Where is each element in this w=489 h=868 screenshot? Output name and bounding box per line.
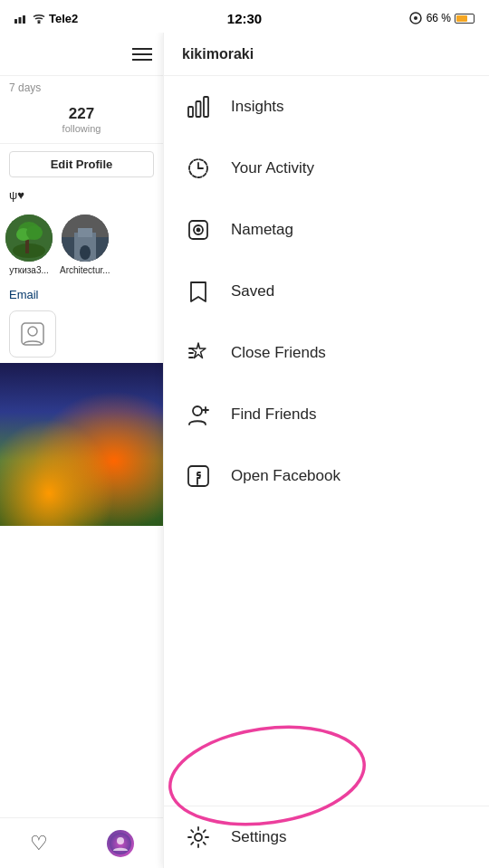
svg-point-18 bbox=[28, 327, 37, 336]
close-friends-label: Close Friends bbox=[231, 344, 326, 362]
find-friends-label: Find Friends bbox=[231, 405, 316, 424]
hamburger-button[interactable] bbox=[132, 48, 152, 61]
profile-header bbox=[0, 33, 163, 76]
svg-rect-23 bbox=[204, 97, 208, 117]
saved-icon bbox=[182, 275, 215, 308]
hamburger-line-3 bbox=[132, 59, 152, 61]
svg-rect-0 bbox=[14, 19, 17, 24]
svg-point-16 bbox=[80, 245, 91, 260]
bottom-navigation: ♡ bbox=[0, 817, 163, 868]
photo-grid bbox=[0, 363, 163, 526]
profile-stats: 227 following bbox=[0, 96, 163, 144]
menu-bottom: Settings bbox=[164, 806, 489, 868]
facebook-logo-icon bbox=[186, 463, 211, 489]
svg-rect-2 bbox=[23, 15, 25, 24]
following-count: 227 bbox=[69, 105, 94, 123]
days-label: 7 days bbox=[0, 76, 163, 96]
saved-label: Saved bbox=[231, 282, 274, 300]
highlight-avatar-2 bbox=[62, 215, 109, 262]
right-menu-panel: kikimoraki Insights bbox=[163, 33, 489, 868]
bar-chart-icon bbox=[186, 94, 211, 119]
person-icon bbox=[19, 320, 46, 348]
svg-rect-21 bbox=[188, 107, 193, 117]
activity-label: Your Activity bbox=[231, 159, 314, 177]
menu-item-nametag[interactable]: Nametag bbox=[164, 199, 489, 261]
menu-header: kikimoraki bbox=[164, 33, 489, 76]
status-time: 12:30 bbox=[227, 11, 262, 26]
svg-marker-30 bbox=[191, 343, 206, 358]
profile-image-placeholder bbox=[9, 310, 56, 358]
signal-icon bbox=[14, 13, 29, 24]
edit-profile-button[interactable]: Edit Profile bbox=[9, 151, 154, 177]
nametag-label: Nametag bbox=[231, 221, 293, 239]
svg-rect-1 bbox=[19, 17, 22, 24]
svg-rect-15 bbox=[78, 228, 92, 237]
svg-point-34 bbox=[193, 406, 202, 415]
battery-status: 66 % bbox=[408, 11, 475, 25]
highlight-label-2: Architectur... bbox=[60, 265, 110, 275]
menu-item-find-friends[interactable]: Find Friends bbox=[164, 384, 489, 445]
menu-item-facebook[interactable]: Open Facebook bbox=[164, 445, 489, 507]
activity-circle-icon bbox=[186, 156, 211, 181]
highlight-label-1: уткиза3... bbox=[9, 265, 49, 275]
settings-label: Settings bbox=[231, 828, 286, 846]
svg-rect-22 bbox=[197, 101, 201, 117]
carrier-signal: Tele2 bbox=[14, 12, 78, 25]
highlight-item[interactable]: Architectur... bbox=[60, 215, 110, 275]
following-stat: 227 following bbox=[62, 105, 101, 134]
menu-item-settings[interactable]: Settings bbox=[164, 806, 489, 868]
close-friends-icon bbox=[182, 337, 215, 369]
find-friends-icon bbox=[182, 398, 215, 431]
highlight-item[interactable]: уткиза3... bbox=[5, 215, 53, 275]
nametag-icon bbox=[182, 214, 215, 246]
following-label: following bbox=[62, 123, 101, 134]
bookmark-icon bbox=[186, 279, 211, 304]
highlight-img-1 bbox=[5, 215, 53, 262]
main-container: 7 days 227 following Edit Profile ψ♥ bbox=[0, 33, 489, 868]
battery-percent: 66 % bbox=[427, 12, 451, 24]
highlight-img-2 bbox=[62, 215, 109, 262]
svg-rect-37 bbox=[188, 466, 208, 486]
hamburger-line-2 bbox=[132, 53, 152, 55]
activity-icon bbox=[182, 152, 215, 185]
svg-point-38 bbox=[195, 834, 202, 841]
photo-thumbnail bbox=[0, 363, 163, 526]
menu-item-activity[interactable]: Your Activity bbox=[164, 138, 489, 199]
facebook-label: Open Facebook bbox=[231, 467, 340, 485]
story-highlights: уткиза3... Architectur... bbox=[0, 205, 163, 284]
photo-item[interactable] bbox=[0, 363, 163, 526]
carrier-name: Tele2 bbox=[49, 12, 78, 25]
svg-point-3 bbox=[38, 22, 40, 24]
highlight-avatar-1 bbox=[5, 215, 53, 262]
wifi-icon bbox=[33, 13, 45, 24]
menu-username: kikimoraki bbox=[182, 46, 254, 62]
menu-item-saved[interactable]: Saved bbox=[164, 261, 489, 322]
menu-item-close-friends[interactable]: Close Friends bbox=[164, 322, 489, 384]
status-bar: Tele2 12:30 66 % bbox=[0, 0, 489, 33]
add-person-icon bbox=[186, 402, 211, 427]
hamburger-line-1 bbox=[132, 48, 152, 50]
nametag-square-icon bbox=[186, 217, 211, 243]
gear-icon bbox=[186, 825, 211, 850]
menu-item-insights[interactable]: Insights bbox=[164, 76, 489, 138]
profile-nav-avatar[interactable] bbox=[107, 830, 134, 857]
settings-icon bbox=[182, 821, 215, 854]
menu-list: Insights Your Activity bbox=[164, 76, 489, 806]
insights-label: Insights bbox=[231, 98, 284, 116]
insights-icon bbox=[182, 91, 215, 123]
svg-point-11 bbox=[26, 225, 43, 240]
svg-point-5 bbox=[414, 16, 417, 20]
email-link[interactable]: Email bbox=[0, 284, 163, 305]
facebook-icon bbox=[182, 460, 215, 492]
svg-point-20 bbox=[117, 837, 124, 844]
username-partial: ψ♥ bbox=[0, 185, 163, 205]
battery-icon bbox=[455, 14, 475, 24]
screen-icon bbox=[408, 11, 423, 25]
svg-point-29 bbox=[197, 229, 200, 232]
home-nav-icon[interactable]: ♡ bbox=[30, 832, 48, 855]
star-list-icon bbox=[186, 340, 211, 366]
left-panel: 7 days 227 following Edit Profile ψ♥ bbox=[0, 33, 163, 868]
profile-avatar-img bbox=[110, 833, 131, 854]
